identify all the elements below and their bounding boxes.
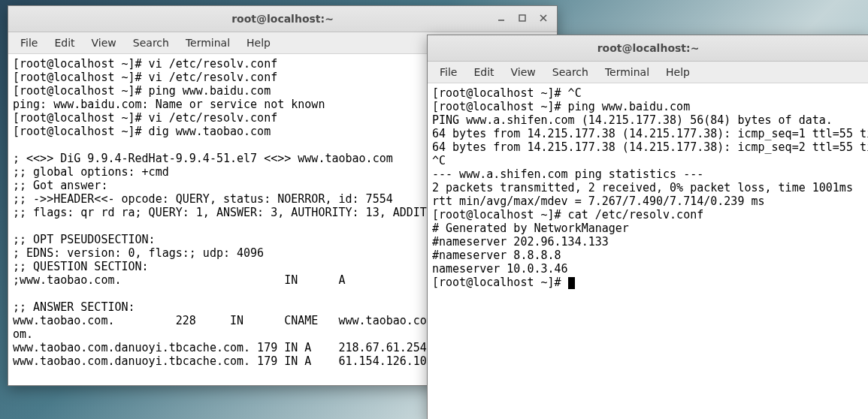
menu-edit[interactable]: Edit bbox=[47, 35, 82, 51]
terminal-output[interactable]: [root@localhost ~]# ^C [root@localhost ~… bbox=[428, 83, 868, 419]
menu-file[interactable]: File bbox=[432, 64, 464, 80]
menu-terminal[interactable]: Terminal bbox=[178, 35, 237, 51]
terminal-lines: [root@localhost ~]# ^C [root@localhost ~… bbox=[432, 86, 868, 289]
svg-rect-1 bbox=[519, 15, 525, 21]
menu-search[interactable]: Search bbox=[126, 35, 177, 51]
minimize-button[interactable] bbox=[492, 9, 510, 27]
menu-view[interactable]: View bbox=[504, 64, 543, 80]
menu-terminal[interactable]: Terminal bbox=[597, 64, 657, 80]
menu-help[interactable]: Help bbox=[239, 35, 278, 51]
cursor bbox=[568, 277, 575, 289]
titlebar[interactable]: root@localhost:~ bbox=[428, 35, 868, 62]
window-title: root@localhost:~ bbox=[8, 13, 557, 25]
menu-search[interactable]: Search bbox=[545, 64, 596, 80]
titlebar[interactable]: root@localhost:~ bbox=[8, 6, 557, 32]
menubar: File Edit View Search Terminal Help bbox=[428, 62, 868, 83]
menu-edit[interactable]: Edit bbox=[466, 64, 501, 80]
maximize-button[interactable] bbox=[513, 9, 531, 27]
close-button[interactable] bbox=[534, 9, 552, 27]
minimize-icon bbox=[497, 14, 506, 23]
window-title: root@localhost:~ bbox=[428, 42, 868, 54]
close-icon bbox=[539, 14, 548, 23]
terminal-window-2: root@localhost:~ File Edit View Search T… bbox=[427, 35, 868, 419]
menu-view[interactable]: View bbox=[84, 35, 124, 51]
menu-help[interactable]: Help bbox=[658, 64, 697, 80]
maximize-icon bbox=[518, 14, 527, 23]
menu-file[interactable]: File bbox=[13, 35, 45, 51]
window-controls bbox=[492, 9, 552, 27]
